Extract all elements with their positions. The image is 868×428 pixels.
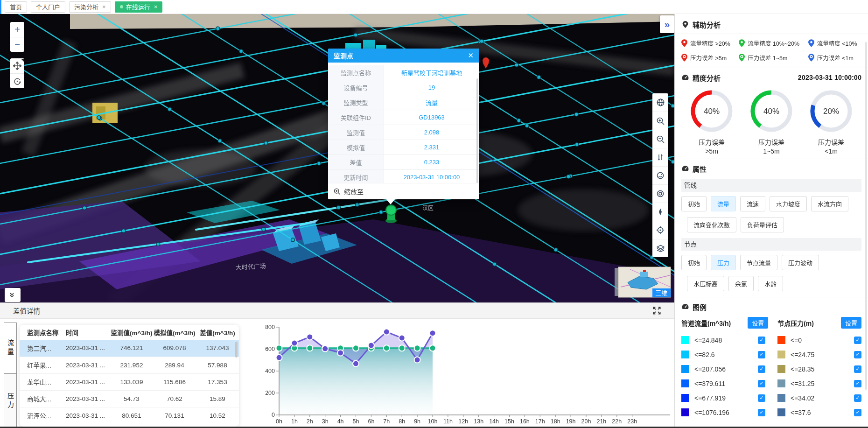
row-label: 监测类型 bbox=[328, 95, 384, 110]
svg-text:0h: 0h bbox=[276, 418, 282, 425]
sidebar-scrollbar[interactable] bbox=[865, 42, 867, 390]
zoom-out-icon[interactable] bbox=[652, 130, 668, 148]
attr-button-velocity[interactable]: 流速 bbox=[740, 196, 765, 211]
color-swatch bbox=[681, 408, 689, 416]
compass-needle-icon[interactable] bbox=[652, 203, 668, 221]
pipeline-subsection: 管线 bbox=[681, 179, 861, 192]
node-button-pressure[interactable]: 压力 bbox=[711, 255, 736, 270]
globe-icon[interactable] bbox=[652, 93, 668, 112]
svg-text:6h: 6h bbox=[368, 418, 374, 425]
elevation-arrows-icon[interactable] bbox=[652, 148, 668, 166]
table-row[interactable]: 龙华山...2023-03-31 ...133.039115.68617.353 bbox=[20, 373, 239, 390]
svg-text:22h: 22h bbox=[612, 418, 622, 425]
tab-home[interactable]: 首页 bbox=[5, 1, 27, 13]
svg-text:40%: 40% bbox=[763, 107, 779, 116]
rotate-view-icon[interactable] bbox=[652, 166, 668, 184]
zoom-out-button[interactable]: − bbox=[10, 37, 24, 52]
popup-scrollbar[interactable] bbox=[476, 78, 478, 183]
node-button-initial[interactable]: 初始 bbox=[681, 255, 707, 270]
node-button-water-age[interactable]: 水龄 bbox=[758, 276, 783, 291]
flow-legend-settings-button[interactable]: 设置 bbox=[748, 317, 768, 329]
rotate-tool-button[interactable] bbox=[10, 73, 24, 88]
zoom-in-button[interactable]: + bbox=[10, 22, 24, 37]
popup-row: 差值0.233 bbox=[328, 155, 479, 170]
table-row[interactable]: 流潭公...2023-03-31 ...80.65170.13110.52 bbox=[20, 407, 239, 424]
panel-tab-pressure[interactable]: 压力 bbox=[4, 373, 17, 428]
attr-button-initial[interactable]: 初始 bbox=[681, 196, 707, 211]
tab-online-active[interactable]: 在线运行× bbox=[115, 1, 163, 13]
popup-header: 监测点 ✕ bbox=[328, 49, 479, 63]
row-value[interactable]: 新星驾校干河培训基地 bbox=[384, 65, 479, 80]
attributes-header: 属性 bbox=[681, 162, 861, 175]
color-swatch bbox=[681, 394, 689, 402]
app-window: 首页 个人门户 污染分析× 在线运行× bbox=[0, 0, 868, 428]
legend-checkbox[interactable]: ✓ bbox=[758, 337, 765, 344]
diff-chart: 02004006008000h1h2h3h4h5h6h7h8h9h10h11h1… bbox=[259, 309, 674, 428]
red-alarm-pin[interactable] bbox=[483, 57, 489, 69]
zoom-to-action[interactable]: 缩放至 bbox=[328, 183, 479, 199]
attr-button-flow[interactable]: 流量 bbox=[711, 196, 736, 211]
color-swatch bbox=[681, 365, 689, 373]
selected-monitor-marker[interactable] bbox=[385, 205, 397, 223]
legend-checkbox[interactable]: ✓ bbox=[758, 351, 765, 358]
row-label: 监测点名称 bbox=[328, 65, 384, 80]
chevron-right-icon: » bbox=[665, 19, 670, 30]
table-scrollbar[interactable] bbox=[235, 342, 238, 358]
col-header: 监测值(m^3/h) bbox=[110, 325, 153, 340]
panel-tab-flow[interactable]: 流量 bbox=[4, 323, 17, 374]
legend-item: <=82.6✓ bbox=[681, 350, 765, 359]
pin-icon bbox=[739, 39, 745, 47]
aux-legend-item: 流量精度 >20% bbox=[681, 39, 739, 48]
legend-checkbox[interactable]: ✓ bbox=[854, 337, 861, 344]
popup-row: 监测类型流量 bbox=[328, 95, 479, 110]
pan-tool-button[interactable] bbox=[10, 58, 24, 73]
legend-item: <=1076.196✓ bbox=[681, 407, 765, 417]
attr-button-flow-direction[interactable]: 水流方向 bbox=[811, 196, 848, 211]
analysis-icon bbox=[681, 21, 689, 28]
panel-collapse-button[interactable]: » bbox=[5, 288, 21, 302]
legend-checkbox[interactable]: ✓ bbox=[854, 351, 861, 358]
tab-close-icon[interactable]: × bbox=[102, 3, 106, 10]
node-button-hydraulic-head[interactable]: 水压标高 bbox=[687, 276, 724, 291]
attr-button-direction-changes[interactable]: 流向变化次数 bbox=[687, 217, 736, 232]
color-swatch bbox=[681, 351, 689, 358]
row-value: GD13963 bbox=[384, 110, 479, 125]
table-row[interactable]: 商城大...2023-03-31 ...54.7370.6215.89 bbox=[20, 390, 239, 407]
svg-text:14h: 14h bbox=[489, 418, 499, 425]
minimap[interactable]: 三维 bbox=[615, 267, 671, 297]
legend-checkbox[interactable]: ✓ bbox=[758, 409, 765, 416]
panel-title: 差值详情 bbox=[13, 306, 40, 316]
close-icon[interactable]: ✕ bbox=[468, 51, 474, 60]
legend-checkbox[interactable]: ✓ bbox=[758, 394, 765, 402]
layers-icon[interactable] bbox=[652, 239, 668, 257]
legend-checkbox[interactable]: ✓ bbox=[854, 409, 861, 416]
locate-icon[interactable] bbox=[652, 221, 668, 239]
pressure-legend-settings-button[interactable]: 设置 bbox=[841, 317, 861, 329]
legend-checkbox[interactable]: ✓ bbox=[854, 365, 861, 373]
sidebar-collapse-button[interactable]: » bbox=[660, 15, 674, 33]
tab-portal[interactable]: 个人门户 bbox=[31, 1, 65, 13]
table-row[interactable]: 红苹果...2023-03-31 ...231.952289.9457.988 bbox=[20, 357, 239, 373]
legend-checkbox[interactable]: ✓ bbox=[758, 365, 765, 373]
row-label: 关联组件ID bbox=[328, 110, 384, 125]
map-viewport[interactable]: 大时代广场 汉区 三维 + − bbox=[0, 14, 674, 302]
attr-button-hydraulic-slope[interactable]: 水力坡度 bbox=[770, 196, 807, 211]
row-label: 监测值 bbox=[328, 125, 384, 140]
divider bbox=[675, 68, 868, 68]
legend-checkbox[interactable]: ✓ bbox=[854, 380, 861, 387]
legend-checkbox[interactable]: ✓ bbox=[854, 394, 861, 402]
node-button-pressure-fluctuation[interactable]: 压力波动 bbox=[782, 255, 819, 270]
table-row[interactable]: 第二汽...2023-03-31 ...746.121609.078137.04… bbox=[20, 340, 239, 357]
attr-button-load-evaluation[interactable]: 负荷量评估 bbox=[741, 217, 784, 232]
tab-pollution[interactable]: 污染分析× bbox=[69, 1, 111, 13]
node-button-residual-chlorine[interactable]: 余氯 bbox=[728, 276, 754, 291]
legend-item: <=24.75✓ bbox=[777, 350, 861, 359]
tab-label: 个人门户 bbox=[36, 2, 60, 11]
ring-icon[interactable] bbox=[652, 184, 668, 203]
svg-text:800: 800 bbox=[265, 324, 275, 330]
legend-checkbox[interactable]: ✓ bbox=[758, 380, 765, 387]
zoom-in-icon[interactable] bbox=[652, 112, 668, 130]
node-button-node-flow[interactable]: 节点流量 bbox=[740, 255, 777, 270]
tab-close-icon[interactable]: × bbox=[154, 3, 158, 10]
map-toolbar bbox=[652, 93, 668, 257]
